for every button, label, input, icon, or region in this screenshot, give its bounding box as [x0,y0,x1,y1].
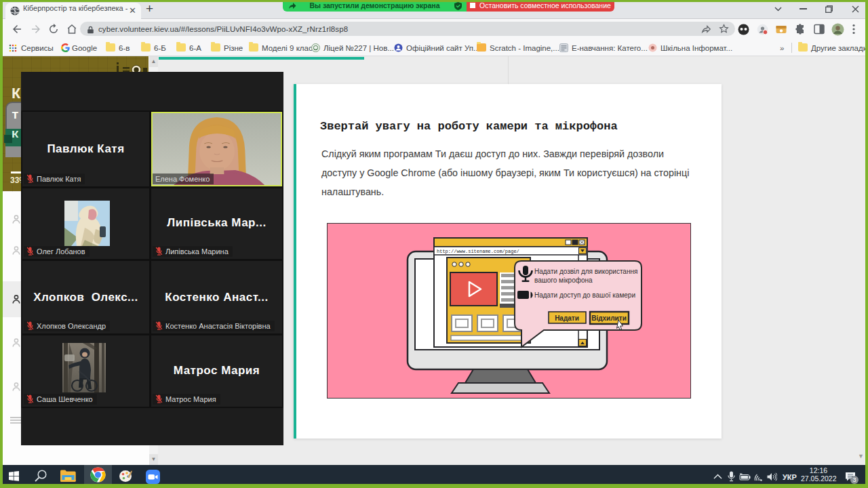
svg-text:Відхилити: Відхилити [591,314,627,322]
svg-text:http://www.sitename.com/page/: http://www.sitename.com/page/ [437,249,519,254]
svg-text:Надати доступ до вашої камери: Надати доступ до вашої камери [534,291,635,299]
svg-text:Надати дозвіл для використання: Надати дозвіл для використання [534,268,637,275]
svg-text:вашого мікрофона: вашого мікрофона [534,277,593,284]
svg-text:Надати: Надати [555,314,579,322]
